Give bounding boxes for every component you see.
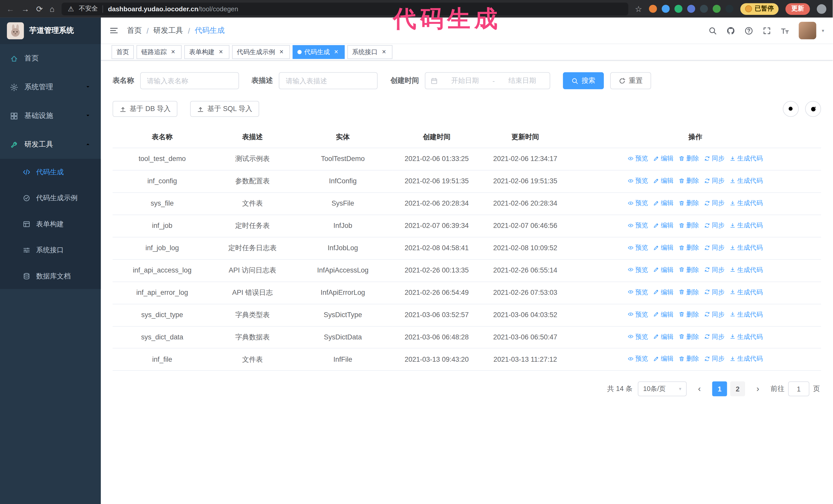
action-eye-link[interactable]: 预览 — [628, 242, 648, 253]
prev-page-button[interactable]: ‹ — [692, 381, 707, 396]
date-range-picker[interactable]: 开始日期 - 结束日期 — [425, 72, 550, 89]
action-download-link[interactable]: 生成代码 — [730, 309, 763, 319]
browser-extension-icon[interactable] — [725, 5, 733, 13]
goto-page-input[interactable] — [788, 381, 809, 396]
sidebar-item-1[interactable]: 系统管理 — [0, 73, 101, 101]
action-trash-link[interactable]: 删除 — [679, 354, 699, 364]
user-avatar[interactable] — [799, 22, 816, 39]
tab-2[interactable]: 表单构建× — [184, 45, 230, 59]
action-download-link[interactable]: 生成代码 — [730, 287, 763, 297]
action-trash-link[interactable]: 删除 — [679, 332, 699, 342]
action-eye-link[interactable]: 预览 — [628, 332, 648, 342]
action-edit-link[interactable]: 编辑 — [653, 287, 673, 297]
action-trash-link[interactable]: 删除 — [679, 242, 699, 253]
action-sync-link[interactable]: 同步 — [704, 176, 724, 186]
action-trash-link[interactable]: 删除 — [679, 287, 699, 297]
action-download-link[interactable]: 生成代码 — [730, 354, 763, 364]
action-eye-link[interactable]: 预览 — [628, 309, 648, 319]
action-edit-link[interactable]: 编辑 — [653, 198, 673, 208]
action-eye-link[interactable]: 预览 — [628, 198, 648, 208]
sidebar-subitem-1[interactable]: 代码生成示例 — [0, 185, 101, 211]
sidebar-subitem-0[interactable]: 代码生成 — [0, 159, 101, 185]
browser-extension-icon[interactable] — [687, 5, 695, 13]
browser-extension-icon[interactable] — [713, 5, 721, 13]
paused-badge[interactable]: 已暂停 — [740, 3, 779, 15]
tab-3[interactable]: 代码生成示例× — [232, 45, 290, 59]
browser-extension-icon[interactable] — [700, 5, 708, 13]
action-sync-link[interactable]: 同步 — [704, 265, 724, 275]
page-button-2[interactable]: 2 — [730, 381, 745, 396]
action-trash-link[interactable]: 删除 — [679, 153, 699, 164]
tab-0[interactable]: 首页 — [112, 45, 134, 59]
action-edit-link[interactable]: 编辑 — [653, 153, 673, 164]
action-download-link[interactable]: 生成代码 — [730, 153, 763, 164]
toggle-search-button[interactable] — [783, 101, 799, 117]
action-sync-link[interactable]: 同步 — [704, 354, 724, 364]
hamburger-icon[interactable] — [110, 26, 118, 35]
action-eye-link[interactable]: 预览 — [628, 220, 648, 230]
next-page-button[interactable]: › — [751, 381, 765, 396]
action-trash-link[interactable]: 删除 — [679, 176, 699, 186]
action-eye-link[interactable]: 预览 — [628, 287, 648, 297]
action-edit-link[interactable]: 编辑 — [653, 265, 673, 275]
browser-extension-icon[interactable] — [649, 5, 657, 13]
action-eye-link[interactable]: 预览 — [628, 176, 648, 186]
action-trash-link[interactable]: 删除 — [679, 198, 699, 208]
tab-1[interactable]: 链路追踪× — [137, 45, 182, 59]
close-icon[interactable]: × — [332, 48, 340, 56]
action-sync-link[interactable]: 同步 — [704, 309, 724, 319]
sidebar-item-2[interactable]: 基础设施 — [0, 101, 101, 130]
table-name-input[interactable] — [140, 72, 239, 89]
action-sync-link[interactable]: 同步 — [704, 220, 724, 230]
import-sql-button[interactable]: 基于 SQL 导入 — [190, 101, 259, 117]
bookmark-star-icon[interactable]: ☆ — [635, 5, 642, 13]
forward-icon[interactable]: → — [21, 5, 29, 13]
breadcrumb-item[interactable]: 首页 — [127, 26, 142, 35]
close-icon[interactable]: × — [217, 48, 224, 56]
action-trash-link[interactable]: 删除 — [679, 220, 699, 230]
help-icon[interactable] — [745, 26, 753, 35]
close-icon[interactable]: × — [169, 48, 177, 56]
browser-extension-icon[interactable] — [662, 5, 670, 13]
action-edit-link[interactable]: 编辑 — [653, 176, 673, 186]
search-button[interactable]: 搜索 — [563, 72, 604, 89]
action-sync-link[interactable]: 同步 — [704, 242, 724, 253]
action-sync-link[interactable]: 同步 — [704, 153, 724, 164]
action-sync-link[interactable]: 同步 — [704, 332, 724, 342]
action-trash-link[interactable]: 删除 — [679, 265, 699, 275]
table-desc-input[interactable] — [279, 72, 378, 89]
tab-4[interactable]: 代码生成× — [293, 45, 345, 59]
action-sync-link[interactable]: 同步 — [704, 198, 724, 208]
action-edit-link[interactable]: 编辑 — [653, 242, 673, 253]
action-eye-link[interactable]: 预览 — [628, 354, 648, 364]
sidebar-subitem-3[interactable]: 系统接口 — [0, 237, 101, 263]
action-edit-link[interactable]: 编辑 — [653, 220, 673, 230]
action-download-link[interactable]: 生成代码 — [730, 198, 763, 208]
action-edit-link[interactable]: 编辑 — [653, 354, 673, 364]
tab-5[interactable]: 系统接口× — [347, 45, 392, 59]
browser-extension-icon[interactable] — [674, 5, 682, 13]
sidebar-subitem-4[interactable]: 数据库文档 — [0, 263, 101, 289]
search-icon[interactable] — [709, 26, 717, 35]
action-edit-link[interactable]: 编辑 — [653, 332, 673, 342]
action-download-link[interactable]: 生成代码 — [730, 332, 763, 342]
reset-button[interactable]: 重置 — [610, 72, 651, 89]
update-button[interactable]: 更新 — [785, 3, 810, 15]
close-icon[interactable]: × — [380, 48, 388, 56]
action-eye-link[interactable]: 预览 — [628, 265, 648, 275]
action-edit-link[interactable]: 编辑 — [653, 309, 673, 319]
font-size-icon[interactable] — [781, 26, 789, 35]
avatar-caret-icon[interactable]: ▾ — [822, 28, 824, 33]
action-download-link[interactable]: 生成代码 — [730, 176, 763, 186]
security-warning-icon[interactable]: ⚠ — [68, 5, 74, 13]
action-sync-link[interactable]: 同步 — [704, 287, 724, 297]
back-icon[interactable]: ← — [6, 5, 14, 13]
page-button-1[interactable]: 1 — [712, 381, 727, 396]
reload-icon[interactable]: ⟳ — [36, 5, 43, 13]
page-size-select[interactable]: 10条/页 ▾ — [638, 381, 687, 396]
action-trash-link[interactable]: 删除 — [679, 309, 699, 319]
address-bar[interactable]: ⚠ 不安全 dashboard.yudao.iocoder.cn/tool/co… — [62, 2, 628, 15]
fullscreen-icon[interactable] — [763, 26, 771, 35]
github-icon[interactable] — [727, 26, 735, 35]
close-icon[interactable]: × — [278, 48, 285, 56]
